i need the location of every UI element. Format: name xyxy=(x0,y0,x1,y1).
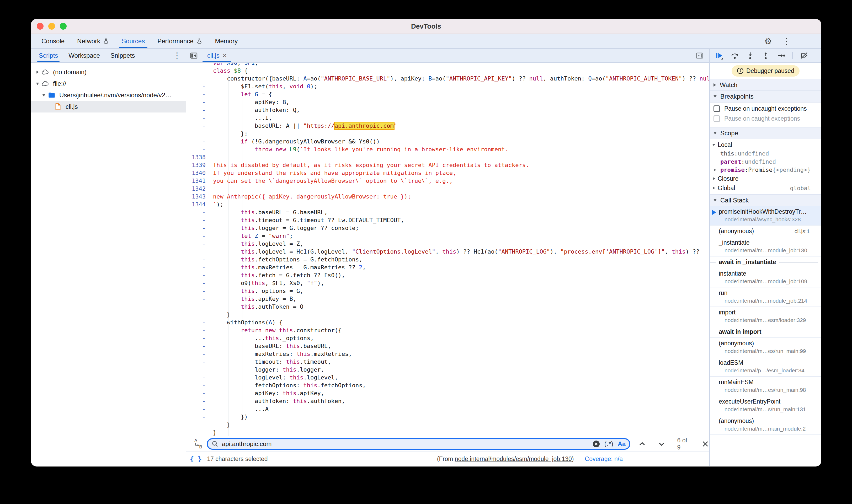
regex-toggle[interactable]: (.*) xyxy=(604,440,614,448)
code-gutter[interactable]: - xyxy=(186,366,209,374)
code-line[interactable]: - this.fetch = G.fetch ?? Fs0(), xyxy=(186,271,709,279)
code-gutter[interactable]: - xyxy=(186,397,209,405)
collapsed-triangle-icon[interactable] xyxy=(35,70,40,74)
code-gutter[interactable]: 1343 xyxy=(186,193,209,201)
call-stack-frame[interactable]: (anonymous)node:internal/m…es/run_main:9… xyxy=(710,338,821,357)
call-stack-frame[interactable]: runMainESMnode:internal/m…es/run_main:98 xyxy=(710,377,821,396)
code-line[interactable]: - withOptions(A) { xyxy=(186,319,709,326)
call-stack-frame[interactable]: _instantiatenode:internal/m…module_job:1… xyxy=(710,237,821,256)
code-gutter[interactable]: - xyxy=(186,75,209,83)
code-line[interactable]: 1339This is disabled by default, as it r… xyxy=(186,161,709,169)
code-gutter[interactable]: - xyxy=(186,146,209,154)
step-icon[interactable] xyxy=(777,51,785,60)
navigator-more-kebab-icon[interactable]: ⋮ xyxy=(173,52,186,59)
code-gutter[interactable]: 1341 xyxy=(186,177,209,185)
code-line[interactable]: - apiKey: B, xyxy=(186,98,709,106)
pretty-print-icon[interactable]: { } xyxy=(190,455,202,463)
close-tab-icon[interactable]: × xyxy=(223,51,227,59)
code-line[interactable]: - ...A xyxy=(186,405,709,413)
code-line[interactable]: - this.fetchOptions = G.fetchOptions, xyxy=(186,256,709,264)
code-line[interactable]: 1344`); xyxy=(186,201,709,209)
code-gutter[interactable]: 1339 xyxy=(186,161,209,169)
code-line[interactable]: - this.timeout = G.timeout ?? Lw.DEFAULT… xyxy=(186,216,709,224)
navigator-tab-workspace[interactable]: Workspace xyxy=(63,49,105,62)
code-gutter[interactable]: - xyxy=(186,311,209,319)
source-code-viewer[interactable]: var Xs0, $F1;-class $8 {- constructor({b… xyxy=(186,63,709,436)
code-gutter[interactable]: - xyxy=(186,130,209,138)
code-gutter[interactable]: - xyxy=(186,138,209,146)
checkbox-unchecked[interactable] xyxy=(713,115,720,122)
code-gutter[interactable]: - xyxy=(186,209,209,216)
code-gutter[interactable]: - xyxy=(186,264,209,271)
code-line[interactable]: -} xyxy=(186,429,709,436)
code-line[interactable]: - authToken: this.authToken, xyxy=(186,397,709,405)
code-gutter[interactable]: - xyxy=(186,326,209,334)
code-line[interactable]: - ...this._options, xyxy=(186,334,709,342)
editor-tab-clijs[interactable]: cli.js × xyxy=(202,49,231,62)
code-line[interactable]: - } xyxy=(186,421,709,429)
code-line[interactable]: - timeout: this.timeout, xyxy=(186,358,709,366)
code-line[interactable]: 1342 xyxy=(186,185,709,193)
code-line[interactable]: - o9(this, $F1, Xs0, "f"), xyxy=(186,279,709,287)
code-line[interactable]: - logger: this.logger, xyxy=(186,366,709,374)
code-gutter[interactable]: - xyxy=(186,83,209,90)
code-line[interactable]: 1341you can set the \`dangerouslyAllowBr… xyxy=(186,177,709,185)
close-search-icon[interactable] xyxy=(702,440,709,448)
step-into-icon[interactable] xyxy=(746,51,755,60)
previous-match-chevron-up-icon[interactable] xyxy=(638,440,646,448)
code-line[interactable]: - let Z = "warn"; xyxy=(186,232,709,240)
code-line[interactable]: - apiKey: this.apiKey, xyxy=(186,390,709,397)
code-gutter[interactable]: - xyxy=(186,240,209,248)
settings-gear-icon[interactable]: ⚙ xyxy=(764,37,772,46)
scope-group-closure[interactable]: Closure xyxy=(710,174,821,183)
code-gutter[interactable]: - xyxy=(186,350,209,358)
hide-navigator-icon[interactable] xyxy=(190,52,198,59)
from-source-link[interactable]: node:internal/modules/esm/module_job:130 xyxy=(455,455,572,462)
code-gutter[interactable]: 1340 xyxy=(186,169,209,177)
code-line[interactable]: 1338 xyxy=(186,154,709,161)
panel-tab-memory[interactable]: Memory xyxy=(209,34,244,48)
code-line[interactable]: - let G = { xyxy=(186,90,709,98)
clear-search-icon[interactable] xyxy=(592,440,600,448)
code-line[interactable]: - this._options = G, xyxy=(186,287,709,295)
code-line[interactable]: -class $8 { xyxy=(186,67,709,75)
code-line[interactable]: - }; xyxy=(186,130,709,138)
call-stack-frame[interactable]: (anonymous)node:internal/m…main_module:2 xyxy=(710,415,821,435)
code-gutter[interactable]: - xyxy=(186,106,209,114)
replace-a-to-b-icon[interactable]: AB xyxy=(194,438,204,450)
expanded-triangle-icon[interactable] xyxy=(41,94,47,97)
code-line[interactable]: - fetchOptions: this.fetchOptions, xyxy=(186,381,709,390)
code-gutter[interactable]: - xyxy=(186,98,209,106)
code-line[interactable]: 1340If you understand the risks and have… xyxy=(186,169,709,177)
code-line[interactable]: - throw new L9(`It looks like you're run… xyxy=(186,146,709,154)
section-watch[interactable]: Watch xyxy=(710,79,821,91)
code-line[interactable]: - this.logLevel = Hc1(G.logLevel, "Clien… xyxy=(186,248,709,256)
code-line[interactable]: - constructor({baseURL: A=ao("ANTHROPIC_… xyxy=(186,75,709,83)
code-gutter[interactable]: - xyxy=(186,413,209,421)
code-line[interactable]: - this.apiKey = B, xyxy=(186,295,709,303)
code-line[interactable]: - baseURL: A || "https://api.anthropic.c… xyxy=(186,122,709,130)
code-line[interactable]: 1343new Anthropic({ apiKey, dangerouslyA… xyxy=(186,193,709,201)
panel-tab-sources[interactable]: Sources xyxy=(116,34,151,48)
breakpoint-option[interactable]: Pause on caught exceptions xyxy=(710,113,821,124)
code-gutter[interactable]: - xyxy=(186,342,209,350)
code-line[interactable]: - this.logLevel = Z, xyxy=(186,240,709,248)
code-gutter[interactable]: - xyxy=(186,114,209,122)
code-gutter[interactable]: - xyxy=(186,122,209,130)
call-stack-frame[interactable]: executeUserEntryPointnode:internal/m…s/r… xyxy=(710,396,821,415)
section-scope[interactable]: Scope xyxy=(710,127,821,139)
code-line[interactable]: - this.authToken = Q xyxy=(186,303,709,311)
call-stack-frame[interactable]: instantiatenode:internal/m…module_job:10… xyxy=(710,268,821,287)
code-gutter[interactable]: - xyxy=(186,390,209,397)
code-gutter[interactable]: - xyxy=(186,90,209,98)
code-line[interactable]: - } xyxy=(186,311,709,319)
code-line[interactable]: - $F1.set(this, void 0); xyxy=(186,83,709,90)
call-stack-frame[interactable]: runnode:internal/m…module_job:214 xyxy=(710,287,821,307)
breakpoint-option[interactable]: Pause on uncaught exceptions xyxy=(710,104,821,113)
scope-property[interactable]: promise: Promise {<pending>} xyxy=(710,166,821,174)
deactivate-breakpoints-icon[interactable] xyxy=(800,51,809,60)
code-gutter[interactable]: - xyxy=(186,358,209,366)
code-gutter[interactable]: - xyxy=(186,374,209,381)
show-debugger-icon[interactable] xyxy=(696,52,709,59)
checkbox-unchecked[interactable] xyxy=(713,105,720,112)
